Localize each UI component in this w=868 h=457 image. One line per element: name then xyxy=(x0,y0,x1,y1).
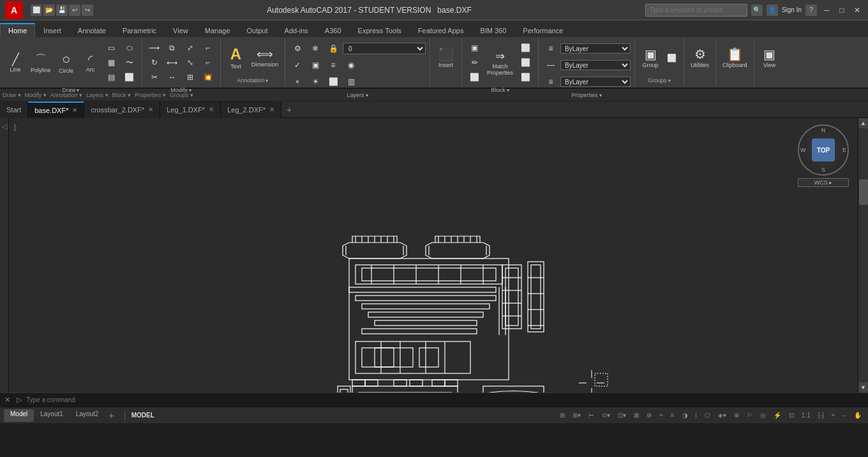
trim-btn[interactable]: ✂ xyxy=(146,70,163,84)
line-button[interactable]: ╱ Line xyxy=(4,50,27,75)
array-btn[interactable]: ⊞ xyxy=(182,70,198,84)
file-tab-start[interactable]: Start xyxy=(0,101,28,118)
open-btn[interactable]: 📂 xyxy=(43,4,55,16)
scale-btn[interactable]: ⤡ xyxy=(182,56,198,70)
snap-btn[interactable]: ⊞ xyxy=(557,411,567,419)
tab-manage[interactable]: Manage xyxy=(197,24,239,37)
osnap-btn[interactable]: ⊡▾ xyxy=(615,411,629,419)
group-extra1[interactable]: ⬜ xyxy=(663,51,680,65)
annotation-dropdown-arrow[interactable]: ▾ xyxy=(266,78,268,84)
isolate-objects-btn[interactable]: ◎ xyxy=(758,411,768,419)
region-btn[interactable]: ⬜ xyxy=(121,70,138,84)
ellipse-btn[interactable]: ⬭ xyxy=(121,41,138,55)
tab-bim360[interactable]: BIM 360 xyxy=(472,24,514,37)
search-icon[interactable]: 🔍 xyxy=(751,4,763,16)
workspace-btn[interactable]: ⊕ xyxy=(731,411,742,419)
left-panel-btn1[interactable]: ◁ xyxy=(0,121,10,132)
compass-top-label[interactable]: TOP xyxy=(812,139,835,161)
layout1-tab[interactable]: Layout1 xyxy=(34,409,70,422)
explode-btn[interactable]: 💥 xyxy=(200,70,216,84)
zoom-out-btn[interactable]: – xyxy=(840,411,849,419)
move-btn[interactable]: ⟿ xyxy=(146,41,163,55)
spline-btn[interactable]: 〜 xyxy=(121,56,138,70)
layers-panel-btn[interactable]: ⚙ xyxy=(289,41,306,56)
transparency-btn[interactable]: ◑ xyxy=(680,411,691,419)
tab-performance[interactable]: Performance xyxy=(514,24,571,37)
layers-dropdown-arrow[interactable]: ▾ xyxy=(366,93,368,98)
info-icon[interactable]: ? xyxy=(805,4,817,16)
copy-btn[interactable]: ⧉ xyxy=(164,41,181,55)
draw-bottom-label[interactable]: Draw ▾ xyxy=(3,92,21,98)
layer-extra2[interactable]: ☀ xyxy=(307,75,324,89)
close-leg1-tab[interactable]: ✕ xyxy=(209,106,214,113)
redo-btn[interactable]: ↪ xyxy=(82,4,93,16)
clean-screen-btn[interactable]: ⊡ xyxy=(786,411,797,419)
nav-cube[interactable]: N S E W TOP WCS ▸ xyxy=(798,124,849,201)
block-sm1[interactable]: ⬜ xyxy=(518,41,534,55)
layer-state-btn[interactable]: ▣ xyxy=(307,58,324,72)
zoom-scale[interactable]: 1:1 xyxy=(799,411,813,419)
maximize-btn[interactable]: □ xyxy=(836,4,848,16)
sign-in-btn[interactable]: Sign In xyxy=(782,6,802,13)
ducs-btn[interactable]: ⊛ xyxy=(644,411,654,419)
file-tab-leg2[interactable]: Leg_2.DXF* ✕ xyxy=(221,101,281,118)
pan-btn[interactable]: ✋ xyxy=(851,411,864,419)
tab-view[interactable]: View xyxy=(165,24,197,37)
utilities-button[interactable]: ⚙ Utilities xyxy=(688,45,712,71)
polyline-button[interactable]: ⌒ Polyline xyxy=(28,50,54,76)
insert-button[interactable]: ⬛ Insert xyxy=(435,45,458,71)
scroll-thumb[interactable] xyxy=(859,179,868,205)
file-tab-base[interactable]: base.DXF* ✕ xyxy=(28,101,84,118)
compass-ring[interactable]: N S E W TOP xyxy=(798,124,849,176)
annotation-bottom-label[interactable]: Annotation ▾ xyxy=(50,92,83,98)
selection-btn[interactable]: ⬡ xyxy=(702,411,713,419)
close-btn[interactable]: ✕ xyxy=(851,4,863,16)
properties-group-label[interactable]: Properties ▾ xyxy=(572,91,602,100)
annotation-scale-btn[interactable]: ◈▾ xyxy=(715,411,729,419)
color-select[interactable]: ByLayer xyxy=(560,43,631,54)
block-group-label[interactable]: MODELBlock ▾ xyxy=(491,86,509,94)
zoom-in-btn[interactable]: + xyxy=(829,411,838,419)
layer-extra4[interactable]: ▥ xyxy=(343,75,359,89)
groups-dropdown-arrow[interactable]: ▾ xyxy=(668,78,671,84)
text-button[interactable]: A Text xyxy=(225,43,248,72)
layers-group-label[interactable]: Layers ▾ xyxy=(347,91,368,100)
scroll-track[interactable] xyxy=(858,128,869,382)
stretch-btn[interactable]: ⤢ xyxy=(182,41,198,55)
groups-bottom-label[interactable]: Groups ▾ xyxy=(170,92,193,98)
block-sm2[interactable]: ⬜ xyxy=(518,56,534,70)
wcs-label[interactable]: WCS ▸ xyxy=(798,178,849,187)
fillet-btn[interactable]: ⌐ xyxy=(200,41,216,55)
ortho-btn[interactable]: ⊢ xyxy=(586,411,597,419)
layer-match-btn[interactable]: ≡ xyxy=(325,58,341,72)
user-icon[interactable]: 👤 xyxy=(767,4,778,16)
save-btn[interactable]: 💾 xyxy=(56,4,68,16)
qprops-btn[interactable]: i xyxy=(693,411,700,419)
tab-parametric[interactable]: Parametric xyxy=(114,24,165,37)
view-button[interactable]: ▣ View xyxy=(758,45,781,71)
prop-lineweight-btn[interactable]: ≡ xyxy=(542,75,559,89)
edit-block-btn[interactable]: ✏ xyxy=(467,56,483,70)
search-input[interactable] xyxy=(645,4,747,17)
prop-linetype-btn[interactable]: — xyxy=(542,58,559,72)
match-properties-button[interactable]: ⇒ MatchProperties xyxy=(484,47,516,79)
groups-group-label[interactable]: Groups ▾ xyxy=(648,76,671,85)
arc-button[interactable]: ◜ Arc xyxy=(79,50,102,75)
hatch-btn[interactable]: ▦ xyxy=(103,56,120,70)
rotate-btn[interactable]: ↻ xyxy=(146,56,163,70)
hardware-acceleration-btn[interactable]: ⚡ xyxy=(771,411,784,419)
close-leg2-tab[interactable]: ✕ xyxy=(269,106,274,113)
polar-btn[interactable]: ⊙▾ xyxy=(599,411,613,419)
dimension-button[interactable]: ⟺ Dimension xyxy=(249,45,281,70)
block-bottom-label[interactable]: Block ▾ xyxy=(112,92,131,98)
lock-btn[interactable]: 🔒 xyxy=(325,41,341,56)
annotation-group-label[interactable]: Annotation ▾ xyxy=(237,76,268,85)
tab-output[interactable]: Output xyxy=(239,24,276,37)
otrack-btn[interactable]: ⊠ xyxy=(631,411,641,419)
linetype-select[interactable]: ByLayer xyxy=(560,60,631,70)
clipboard-button[interactable]: 📋 Clipboard xyxy=(720,45,750,71)
prop-match-btn[interactable]: ≡ xyxy=(542,41,559,56)
modify-bottom-label[interactable]: Modify ▾ xyxy=(25,92,47,98)
lweight-btn[interactable]: ≡ xyxy=(668,411,677,419)
tab-expresstools[interactable]: Express Tools xyxy=(350,24,410,37)
